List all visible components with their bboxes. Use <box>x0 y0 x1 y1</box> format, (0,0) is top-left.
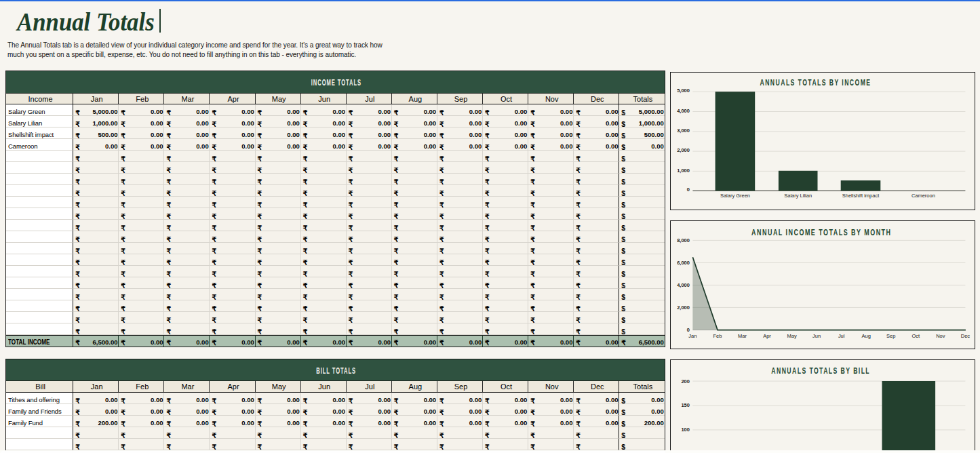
svg-text:Cameroon: Cameroon <box>912 193 935 199</box>
svg-text:200: 200 <box>681 378 690 385</box>
svg-text:4,000: 4,000 <box>677 108 690 114</box>
svg-text:5,000: 5,000 <box>677 87 690 94</box>
svg-text:Shellshift impact: Shellshift impact <box>842 193 880 199</box>
svg-text:ANNUALS TOTALS BY INCOME: ANNUALS TOTALS BY INCOME <box>760 79 871 87</box>
svg-text:1,000: 1,000 <box>677 168 690 174</box>
svg-text:ANNUALS TOTALS BY BILL: ANNUALS TOTALS BY BILL <box>771 367 870 376</box>
svg-text:8,000: 8,000 <box>677 237 690 243</box>
svg-text:2,000: 2,000 <box>677 304 690 311</box>
svg-text:3,000: 3,000 <box>677 127 690 134</box>
svg-text:100: 100 <box>681 427 690 433</box>
svg-text:Mar: Mar <box>738 333 747 339</box>
svg-text:150: 150 <box>681 402 690 408</box>
svg-text:Apr: Apr <box>763 333 771 339</box>
svg-text:Jun: Jun <box>812 333 821 339</box>
svg-text:Salary Lilian: Salary Lilian <box>784 193 812 199</box>
svg-text:Jul: Jul <box>838 333 845 339</box>
svg-text:Sep: Sep <box>886 333 895 339</box>
svg-text:Nov: Nov <box>936 333 945 339</box>
svg-text:6,000: 6,000 <box>677 260 690 266</box>
svg-text:May: May <box>787 333 797 339</box>
svg-text:Dec: Dec <box>961 333 971 339</box>
svg-text:Feb: Feb <box>713 333 722 339</box>
svg-text:4,000: 4,000 <box>677 282 690 288</box>
svg-text:2,000: 2,000 <box>677 147 690 153</box>
svg-text:ANNUAL INCOME TOTALS BY MONTH: ANNUAL INCOME TOTALS BY MONTH <box>751 228 891 237</box>
svg-text:0: 0 <box>687 186 690 193</box>
svg-text:0: 0 <box>687 327 690 333</box>
svg-text:Salary Green: Salary Green <box>720 193 750 199</box>
svg-text:Oct: Oct <box>912 333 920 339</box>
svg-text:Jan: Jan <box>688 333 697 339</box>
svg-text:Aug: Aug <box>862 333 871 339</box>
